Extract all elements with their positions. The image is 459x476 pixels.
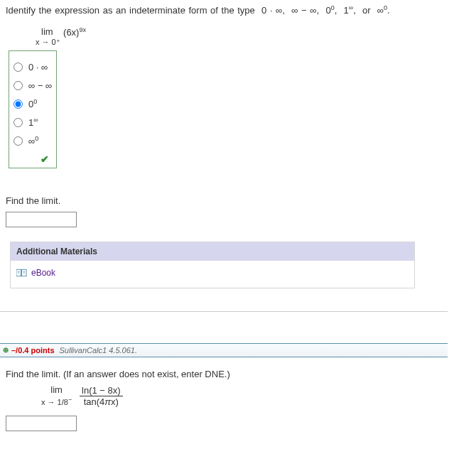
lim-fn: (6x) — [63, 27, 79, 38]
q1-prompt: Identify the expression as an indetermin… — [6, 4, 442, 16]
lim-approach: x → 0⁺ — [36, 38, 86, 46]
q1-option-1-label: ∞ − ∞ — [28, 80, 52, 91]
q2-lim-symbol: lim — [50, 384, 63, 395]
q2-points-bar: ⊕ –/0.4 points SullivanCalc1 4.5.061. — [0, 343, 448, 357]
additional-materials-panel: Additional Materials eBook — [10, 242, 415, 288]
ebook-link[interactable]: eBook — [31, 268, 55, 278]
q1-option-0-radio[interactable] — [14, 63, 23, 72]
q1-option-2-label: 00 — [28, 98, 37, 109]
q1-subprompt: Find the limit. — [6, 195, 442, 206]
q2-source: SullivanCalc1 4.5.061. — [60, 346, 137, 355]
q1-options-group: 0 · ∞ ∞ − ∞ 00 1∞ ∞0 ✔ — [9, 50, 57, 168]
checkmark-icon: ✔ — [40, 153, 49, 165]
q1-option-4-label: ∞0 — [28, 135, 38, 146]
q1-prompt-lead: Identify the expression as an indetermin… — [6, 5, 255, 16]
q2-answer-input[interactable] — [6, 416, 77, 431]
q1-option-3-radio[interactable] — [14, 118, 23, 127]
q1-option-4-radio[interactable] — [14, 136, 23, 146]
q2-prompt: Find the limit. (If an answer does not e… — [6, 369, 442, 379]
expand-icon[interactable]: ⊕ — [1, 346, 9, 354]
lim-exp: 9x — [79, 26, 86, 33]
q2-points: –/0.4 points — [11, 346, 55, 355]
section-divider — [0, 311, 448, 312]
ebook-icon — [16, 269, 27, 277]
q2-frac-den: tan(4πx) — [80, 396, 123, 407]
q2-frac-num: ln(1 − 8x) — [80, 385, 123, 396]
q1-option-3-label: 1∞ — [28, 117, 38, 128]
q1-option-2-radio[interactable] — [14, 99, 23, 109]
q1-option-0-label: 0 · ∞ — [28, 62, 48, 72]
q1-limit-expression: lim (6x)9x x → 0⁺ — [41, 24, 86, 45]
q1-answer-input[interactable] — [6, 212, 77, 227]
q1-option-1-radio[interactable] — [14, 81, 23, 90]
lim-symbol: lim — [41, 27, 53, 38]
materials-header: Additional Materials — [11, 242, 414, 261]
q2-limit-expression: lim x → 1/8− ln(1 − 8x) tan(4πx) — [41, 385, 442, 408]
